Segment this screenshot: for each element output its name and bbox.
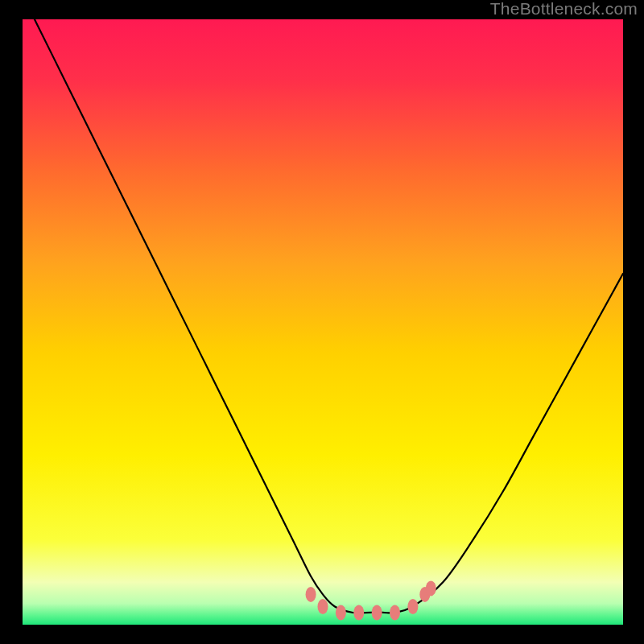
curve-marker	[407, 599, 418, 614]
curve-marker	[353, 605, 364, 620]
curve-marker	[318, 599, 328, 614]
curve-marker	[372, 605, 382, 620]
curve-marker	[306, 587, 316, 602]
curve-marker	[426, 580, 436, 596]
watermark-text: TheBottleneck.com	[490, 0, 638, 19]
curve-layer	[23, 19, 623, 625]
curve-marker	[336, 605, 346, 620]
stage: TheBottleneck.com	[0, 0, 644, 644]
plot-frame	[23, 19, 623, 625]
plot-area	[23, 19, 623, 625]
marker-group	[306, 580, 436, 620]
bottleneck-curve	[35, 19, 623, 613]
curve-marker	[390, 605, 400, 620]
